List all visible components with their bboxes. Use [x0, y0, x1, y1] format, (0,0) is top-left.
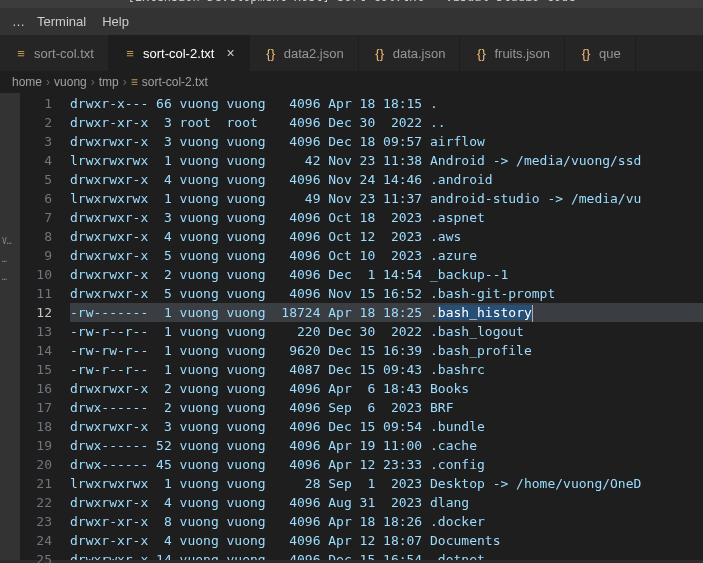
- activity-item[interactable]: …: [0, 269, 20, 287]
- line-number: 6: [20, 189, 52, 208]
- code-line[interactable]: drwxr-xr-x 3 root root 4096 Dec 30 2022 …: [70, 113, 703, 132]
- line-number: 17: [20, 398, 52, 417]
- tab-data2-json[interactable]: {}data2.json: [250, 35, 359, 71]
- activity-bar: V… … …: [0, 93, 20, 560]
- line-number: 5: [20, 170, 52, 189]
- line-number: 16: [20, 379, 52, 398]
- text-file-icon: ≡: [131, 75, 138, 89]
- code-line[interactable]: drwxr-x--- 66 vuong vuong 4096 Apr 18 18…: [70, 94, 703, 113]
- line-number: 12: [20, 303, 52, 322]
- menu-help[interactable]: Help: [94, 12, 137, 31]
- text-cursor: [532, 305, 533, 322]
- json-file-icon: {}: [474, 46, 488, 60]
- chevron-right-icon: ›: [46, 75, 50, 89]
- breadcrumb-segment[interactable]: home: [12, 75, 42, 89]
- code-line[interactable]: -rw-rw-r-- 1 vuong vuong 9620 Dec 15 16:…: [70, 341, 703, 360]
- code-line[interactable]: drwxrwxr-x 3 vuong vuong 4096 Dec 15 09:…: [70, 417, 703, 436]
- line-number: 15: [20, 360, 52, 379]
- line-number: 14: [20, 341, 52, 360]
- activity-item[interactable]: …: [0, 251, 20, 269]
- line-number: 18: [20, 417, 52, 436]
- code-line[interactable]: lrwxrwxrwx 1 vuong vuong 49 Nov 23 11:37…: [70, 189, 703, 208]
- menu-bar: … Terminal Help: [0, 8, 703, 35]
- breadcrumb-segment[interactable]: vuong: [54, 75, 87, 89]
- code-line[interactable]: drwx------ 45 vuong vuong 4096 Apr 12 23…: [70, 455, 703, 474]
- line-number: 11: [20, 284, 52, 303]
- line-number: 23: [20, 512, 52, 531]
- window-title: [Extension Development Host] sort-col.tx…: [128, 0, 576, 4]
- line-number: 9: [20, 246, 52, 265]
- code-line[interactable]: drwxr-xr-x 4 vuong vuong 4096 Apr 12 18:…: [70, 531, 703, 550]
- title-bar: [Extension Development Host] sort-col.tx…: [0, 0, 703, 8]
- breadcrumb[interactable]: home›vuong›tmp›≡sort-col-2.txt: [0, 71, 703, 93]
- line-number: 10: [20, 265, 52, 284]
- tab-label: fruits.json: [494, 46, 550, 61]
- code-line[interactable]: drwxrwxr-x 4 vuong vuong 4096 Nov 24 14:…: [70, 170, 703, 189]
- code-line[interactable]: drwxrwxr-x 2 vuong vuong 4096 Dec 1 14:5…: [70, 265, 703, 284]
- code-line[interactable]: drwxrwxr-x 4 vuong vuong 4096 Oct 12 202…: [70, 227, 703, 246]
- tab-data-json[interactable]: {}data.json: [359, 35, 461, 71]
- code-line[interactable]: -rw-r--r-- 1 vuong vuong 220 Dec 30 2022…: [70, 322, 703, 341]
- text-selection: bash_history: [438, 305, 532, 320]
- json-file-icon: {}: [579, 46, 593, 60]
- code-line[interactable]: drwx------ 52 vuong vuong 4096 Apr 19 11…: [70, 436, 703, 455]
- text-file-icon: ≡: [14, 46, 28, 60]
- tab-sort-col-txt[interactable]: ≡sort-col.txt: [0, 35, 109, 71]
- code-line[interactable]: drwxrwxr-x 5 vuong vuong 4096 Nov 15 16:…: [70, 284, 703, 303]
- code-line[interactable]: drwxr-xr-x 8 vuong vuong 4096 Apr 18 18:…: [70, 512, 703, 531]
- tab-sort-col-2-txt[interactable]: ≡sort-col-2.txt×: [109, 35, 250, 71]
- gutter-line-numbers: 1234567891011121314151617181920212223242…: [20, 93, 70, 560]
- line-number: 25: [20, 550, 52, 563]
- menu-terminal[interactable]: Terminal: [29, 12, 94, 31]
- code-line[interactable]: drwxrwxr-x 3 vuong vuong 4096 Oct 18 202…: [70, 208, 703, 227]
- tab-label: data2.json: [284, 46, 344, 61]
- json-file-icon: {}: [264, 46, 278, 60]
- json-file-icon: {}: [373, 46, 387, 60]
- line-number: 4: [20, 151, 52, 170]
- tab-label: que: [599, 46, 621, 61]
- tab-label: data.json: [393, 46, 446, 61]
- tab-fruits-json[interactable]: {}fruits.json: [460, 35, 565, 71]
- chevron-right-icon: ›: [91, 75, 95, 89]
- code-line[interactable]: -rw-r--r-- 1 vuong vuong 4087 Dec 15 09:…: [70, 360, 703, 379]
- code-area[interactable]: drwxr-x--- 66 vuong vuong 4096 Apr 18 18…: [70, 93, 703, 560]
- code-line[interactable]: drwxrwxr-x 4 vuong vuong 4096 Aug 31 202…: [70, 493, 703, 512]
- code-line[interactable]: drwxrwxr-x 14 vuong vuong 4096 Dec 15 16…: [70, 550, 703, 560]
- code-line[interactable]: drwx------ 2 vuong vuong 4096 Sep 6 2023…: [70, 398, 703, 417]
- line-number: 8: [20, 227, 52, 246]
- line-number: 2: [20, 113, 52, 132]
- menu-overflow[interactable]: …: [8, 12, 29, 31]
- code-line[interactable]: -rw------- 1 vuong vuong 18724 Apr 18 18…: [70, 303, 703, 322]
- code-line[interactable]: lrwxrwxrwx 1 vuong vuong 28 Sep 1 2023 D…: [70, 474, 703, 493]
- tab-bar: ≡sort-col.txt≡sort-col-2.txt×{}data2.jso…: [0, 35, 703, 71]
- close-icon[interactable]: ×: [226, 46, 234, 60]
- tab-que[interactable]: {}que: [565, 35, 636, 71]
- breadcrumb-segment[interactable]: tmp: [99, 75, 119, 89]
- line-number: 21: [20, 474, 52, 493]
- line-number: 13: [20, 322, 52, 341]
- line-number: 24: [20, 531, 52, 550]
- tab-label: sort-col-2.txt: [143, 46, 215, 61]
- line-number: 22: [20, 493, 52, 512]
- editor: V… … … 123456789101112131415161718192021…: [0, 93, 703, 560]
- line-number: 1: [20, 94, 52, 113]
- line-number: 19: [20, 436, 52, 455]
- code-line[interactable]: lrwxrwxrwx 1 vuong vuong 42 Nov 23 11:38…: [70, 151, 703, 170]
- line-number: 20: [20, 455, 52, 474]
- activity-item[interactable]: V…: [0, 233, 20, 251]
- text-file-icon: ≡: [123, 46, 137, 60]
- tab-label: sort-col.txt: [34, 46, 94, 61]
- line-number: 7: [20, 208, 52, 227]
- chevron-right-icon: ›: [123, 75, 127, 89]
- line-number: 3: [20, 132, 52, 151]
- code-line[interactable]: drwxrwxr-x 5 vuong vuong 4096 Oct 10 202…: [70, 246, 703, 265]
- code-line[interactable]: drwxrwxr-x 3 vuong vuong 4096 Dec 18 09:…: [70, 132, 703, 151]
- breadcrumb-segment[interactable]: sort-col-2.txt: [142, 75, 208, 89]
- code-line[interactable]: drwxrwxr-x 2 vuong vuong 4096 Apr 6 18:4…: [70, 379, 703, 398]
